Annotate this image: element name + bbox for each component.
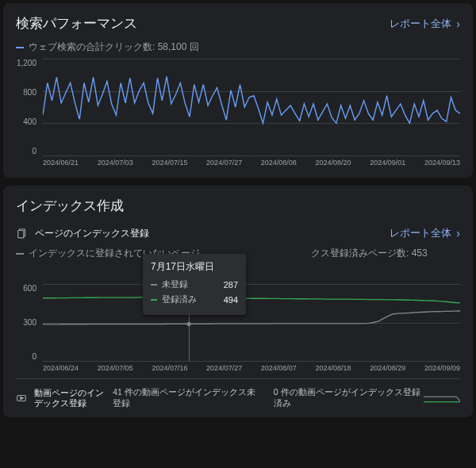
full-report-link[interactable]: レポート全体 › [390,226,460,240]
plot-area [43,284,460,361]
card-title: 検索パフォーマンス [16,14,137,33]
x-tick: 2024/08/07 [261,364,297,375]
tooltip-row: 登録済み 494 [151,293,238,305]
chevron-right-icon: › [456,17,460,30]
swatch-icon [151,284,157,286]
chevron-right-icon: › [456,227,460,240]
page-indexing-label: ページのインデックス登録 [35,227,149,240]
y-tick: 800 [16,88,36,97]
legend-indexed-count[interactable]: クス登録済みページ数: 453 [311,247,428,260]
indexing-card: インデックス作成 ページのインデックス登録 レポート全体 › インデックスに登録… [3,186,473,417]
x-tick: 2024/06/21 [43,159,79,170]
y-tick: 0 [16,352,36,361]
line-svg [43,59,460,155]
swatch-icon [151,299,157,301]
performance-chart[interactable]: 1,200 800 400 0 2024/06/21 2024/07/03 20… [16,59,460,170]
svg-point-3 [187,322,191,326]
card-header: 検索パフォーマンス レポート全体 › [16,14,460,33]
x-tick: 2024/06/24 [43,364,79,375]
x-tick: 2024/09/01 [370,159,405,170]
video-icon [16,392,28,405]
legend-swatch-icon [16,253,24,255]
report-link-label: レポート全体 [390,17,451,31]
document-icon [16,227,29,240]
search-performance-card: 検索パフォーマンス レポート全体 › ウェブ検索の合計クリック数: 58,100… [3,3,473,178]
x-tick: 2024/08/08 [261,159,297,170]
svg-marker-5 [21,397,23,400]
x-tick: 2024/07/05 [98,364,133,375]
sparkline-icon [424,390,460,406]
y-tick: 400 [16,117,36,126]
indexing-chart[interactable]: 7月17日水曜日 未登録 287 登録済み 494 600 300 0 [16,284,460,375]
x-tick: 2024/09/09 [424,364,460,375]
tooltip-value: 494 [224,295,238,305]
x-tick: 2024/07/15 [152,159,187,170]
full-report-link[interactable]: レポート全体 › [390,17,460,31]
tooltip-label: 未登録 [162,278,188,290]
video-stat-not-indexed: 41 件の動画ページがインデックス未登録 [113,387,259,409]
legend-clicks[interactable]: ウェブ検索の合計クリック数: 58,100 回 [16,40,460,54]
x-tick: 2024/07/16 [152,364,187,375]
legend-swatch-icon [16,47,24,48]
tooltip-row: 未登録 287 [151,278,238,290]
plot-area [43,59,460,155]
chart-tooltip: 7月17日水曜日 未登録 287 登録済み 494 [143,254,246,315]
y-axis: 600 300 0 [16,284,40,361]
x-tick: 2024/07/27 [206,364,242,375]
legend-label: ウェブ検索の合計クリック数: 58,100 回 [29,40,199,54]
x-axis: 2024/06/21 2024/07/03 2024/07/15 2024/07… [43,159,460,170]
video-stat-indexed: 0 件の動画ページがインデックス登録済み [274,387,424,409]
x-axis: 2024/06/24 2024/07/05 2024/07/16 2024/07… [43,364,460,375]
x-tick: 2024/07/27 [206,159,242,170]
x-tick: 2024/08/18 [316,364,351,375]
tooltip-date: 7月17日水曜日 [151,260,238,274]
x-tick: 2024/09/13 [424,159,460,170]
report-link-label: レポート全体 [390,226,451,240]
line-svg [43,284,460,361]
x-tick: 2024/08/20 [316,159,351,170]
page-indexing-row: ページのインデックス登録 レポート全体 › [16,226,460,240]
tooltip-value: 287 [224,280,238,290]
video-indexing-label: 動画ページのインデックス登録 [34,388,107,409]
y-tick: 0 [16,147,36,155]
tooltip-label: 登録済み [162,293,197,305]
x-tick: 2024/07/03 [98,159,133,170]
y-tick: 300 [16,318,36,327]
x-tick: 2024/08/29 [370,364,405,375]
y-tick: 1,200 [16,59,36,67]
svg-rect-1 [18,231,24,238]
y-tick: 600 [16,284,36,293]
card-title: インデックス作成 [16,197,460,215]
y-axis: 1,200 800 400 0 [16,59,40,155]
video-indexing-row[interactable]: 動画ページのインデックス登録 41 件の動画ページがインデックス未登録 0 件の… [16,378,460,409]
